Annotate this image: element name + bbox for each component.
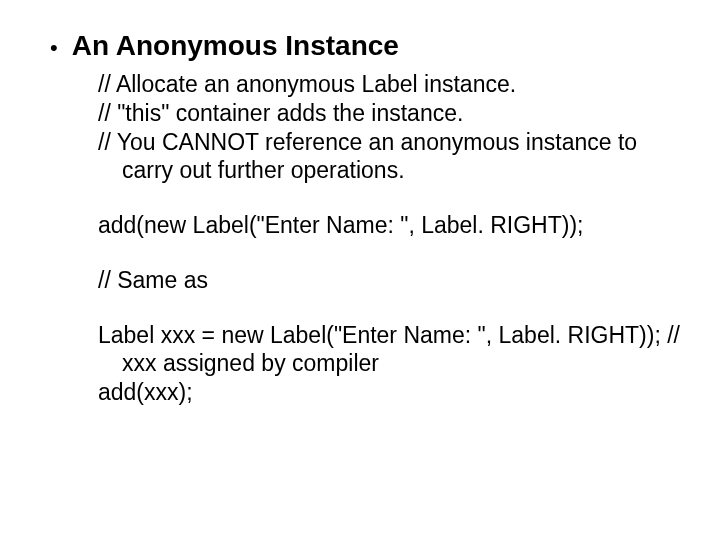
comment-line-4: // Same as bbox=[98, 266, 680, 295]
slide-heading: An Anonymous Instance bbox=[72, 30, 399, 62]
spacer bbox=[98, 185, 680, 211]
comment-line-2: // "this" container adds the instance. bbox=[98, 99, 680, 128]
content-block: // Allocate an anonymous Label instance.… bbox=[98, 70, 680, 407]
bullet-marker: • bbox=[50, 37, 58, 59]
spacer bbox=[98, 295, 680, 321]
spacer bbox=[98, 240, 680, 266]
code-line-1: add(new Label("Enter Name: ", Label. RIG… bbox=[98, 211, 680, 240]
comment-line-1: // Allocate an anonymous Label instance. bbox=[98, 70, 680, 99]
comment-line-3: // You CANNOT reference an anonymous ins… bbox=[98, 128, 680, 186]
code-line-2: Label xxx = new Label("Enter Name: ", La… bbox=[98, 321, 680, 379]
bullet-heading-row: • An Anonymous Instance bbox=[50, 30, 680, 62]
code-line-3: add(xxx); bbox=[98, 378, 680, 407]
